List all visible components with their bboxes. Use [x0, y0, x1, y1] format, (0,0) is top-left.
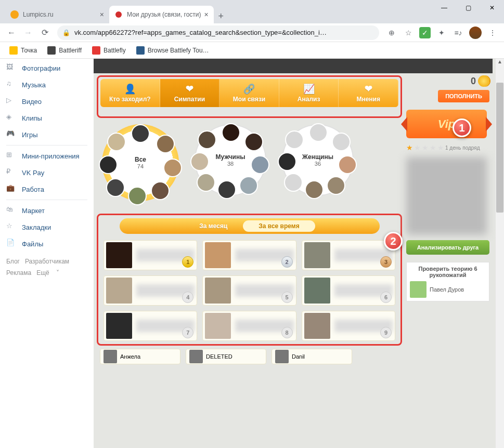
right-panel: 0 ПОПОЛНИТЬ Vip ★ ★ ★ ★ ★ 1 день подряд … — [406, 75, 489, 367]
sidebar-item-vkpay[interactable]: ₽VK Pay — [0, 164, 94, 181]
tab-who-visited[interactable]: 👤 Кто заходил? — [100, 79, 160, 107]
period-month[interactable]: За месяц — [184, 220, 243, 232]
url-field[interactable]: 🔒 vk.com/app662272?ref=apps_games_catalo… — [57, 25, 379, 40]
avatar[interactable] — [309, 123, 328, 142]
user-card[interactable]: 8 — [202, 311, 296, 341]
avatar[interactable] — [327, 176, 345, 195]
tab-opinions[interactable]: ❤ Мнения — [339, 79, 398, 107]
footer-blog[interactable]: Блог — [6, 258, 20, 265]
avatar[interactable] — [278, 152, 296, 171]
tab-connections[interactable]: 🔗 Мои связи — [219, 79, 279, 107]
avatar[interactable] — [285, 130, 304, 149]
avatar[interactable] — [163, 159, 182, 177]
sidebar-item-clips[interactable]: ◈Клипы — [0, 110, 94, 126]
user-card[interactable]: 7 — [104, 311, 197, 341]
avatar[interactable] — [239, 176, 258, 195]
new-tab-button[interactable]: + — [214, 9, 228, 23]
user-card[interactable]: 5 — [202, 275, 296, 306]
sidebar-item-games[interactable]: 🎮Игры — [0, 126, 94, 143]
user-card[interactable]: 2 — [202, 240, 296, 270]
scroll-thumb[interactable] — [496, 83, 503, 213]
search-icon[interactable]: ⊕ — [384, 25, 399, 40]
profile-avatar[interactable] — [469, 27, 482, 39]
avatar[interactable] — [338, 155, 357, 174]
theory-box[interactable]: Проверить теорию 6 рукопожатий Павел Дур… — [406, 262, 489, 301]
circle-women[interactable]: Женщины36 — [279, 121, 357, 199]
avatar[interactable] — [332, 133, 351, 151]
topup-button[interactable]: ПОПОЛНИТЬ — [438, 90, 489, 102]
bookmark-item[interactable]: Точка — [5, 44, 41, 57]
sidebar-item-market[interactable]: 🛍Маркет — [0, 202, 94, 219]
user-card[interactable]: 9 — [302, 311, 395, 341]
user-card[interactable]: 4 — [104, 275, 197, 306]
extensions-icon[interactable]: ✦ — [434, 25, 449, 40]
avatar[interactable] — [99, 155, 118, 174]
sidebar-item-files[interactable]: 📄Файлы — [0, 235, 94, 252]
browser-tab-active[interactable]: Мои друзья (связи, гости) × — [109, 6, 214, 23]
footer-more[interactable]: Ещё ˅ — [36, 269, 59, 276]
tab-analysis[interactable]: 📈 Анализ — [279, 79, 339, 107]
close-icon[interactable]: × — [204, 10, 209, 19]
vip-badge[interactable]: Vip — [406, 110, 487, 138]
user-card[interactable]: 3 — [302, 240, 395, 270]
circle-all[interactable]: Все74 — [99, 121, 182, 204]
user-card[interactable]: 1 — [104, 240, 197, 270]
avatar[interactable] — [217, 180, 236, 199]
extension-check-icon[interactable]: ✓ — [419, 27, 431, 38]
period-alltime[interactable]: За все время — [243, 220, 315, 232]
tab-sympathy[interactable]: ❤ Симпатии — [160, 79, 220, 107]
avatar[interactable] — [305, 180, 324, 199]
forward-button[interactable]: → — [21, 25, 35, 40]
tab-favicon-icon — [10, 10, 19, 19]
star-icon[interactable]: ☆ — [401, 25, 416, 40]
avatar[interactable] — [222, 123, 240, 142]
analyze-friend-button[interactable]: Анализировать друга — [406, 240, 489, 255]
sidebar-item-bookmarks[interactable]: ☆Закладки — [0, 219, 94, 235]
sidebar-item-music[interactable]: ♫Музыка — [0, 76, 94, 93]
avatar[interactable] — [156, 135, 175, 153]
circle-men[interactable]: Мужчины38 — [191, 121, 269, 199]
avatar[interactable] — [107, 133, 126, 151]
close-button[interactable]: ✕ — [480, 0, 504, 16]
footer-ads[interactable]: Реклама — [6, 269, 31, 276]
scrollbar[interactable]: ▲ — [496, 59, 504, 448]
user-card[interactable]: DELETED — [186, 349, 266, 364]
avatar[interactable] — [244, 133, 263, 151]
avatar[interactable] — [106, 178, 125, 197]
avatar[interactable] — [197, 173, 215, 192]
menu-icon[interactable]: ⋮ — [485, 25, 500, 40]
avatar[interactable] — [151, 181, 170, 200]
reading-list-icon[interactable]: ≡♪ — [451, 25, 466, 40]
sidebar-item-photos[interactable]: 🖼Фотографии — [0, 60, 94, 76]
tab-favicon-icon — [114, 10, 123, 19]
star-icon: ★ — [406, 143, 413, 152]
minimize-button[interactable]: — — [432, 0, 456, 16]
bookmark-item[interactable]: Browse Battlefy Tou… — [132, 44, 213, 57]
bookmark-icon — [9, 46, 18, 55]
browser-tab[interactable]: Lumpics.ru × — [5, 6, 109, 23]
maximize-button[interactable]: ▢ — [456, 0, 480, 16]
user-pic — [205, 242, 231, 268]
sidebar-item-work[interactable]: 💼Работа — [0, 181, 94, 197]
rank-badge: 6 — [380, 292, 392, 303]
avatar[interactable] — [251, 155, 269, 174]
user-card[interactable]: 6 — [302, 275, 395, 306]
avatar[interactable] — [284, 173, 303, 192]
footer-dev[interactable]: Разработчикам — [25, 258, 69, 265]
sidebar-item-video[interactable]: ▷Видео — [0, 93, 94, 110]
reload-button[interactable]: ⟳ — [37, 25, 52, 40]
avatar[interactable] — [198, 130, 216, 149]
scroll-up-icon[interactable]: ▲ — [496, 59, 504, 67]
user-card[interactable]: Анжела — [100, 349, 180, 364]
back-button[interactable]: ← — [4, 25, 19, 40]
sidebar-item-miniapps[interactable]: ⊞Мини-приложения — [0, 148, 94, 164]
avatar[interactable] — [131, 124, 150, 143]
address-bar: ← → ⟳ 🔒 vk.com/app662272?ref=apps_games_… — [0, 23, 504, 42]
bookmark-item[interactable]: Battleriff — [43, 44, 86, 57]
avatar[interactable] — [128, 187, 147, 205]
avatar[interactable] — [190, 152, 209, 171]
user-card[interactable]: Danil — [272, 349, 352, 364]
bookmark-item[interactable]: Battlefly — [88, 44, 130, 57]
close-icon[interactable]: × — [100, 10, 104, 19]
rank-badge: 8 — [281, 327, 293, 338]
